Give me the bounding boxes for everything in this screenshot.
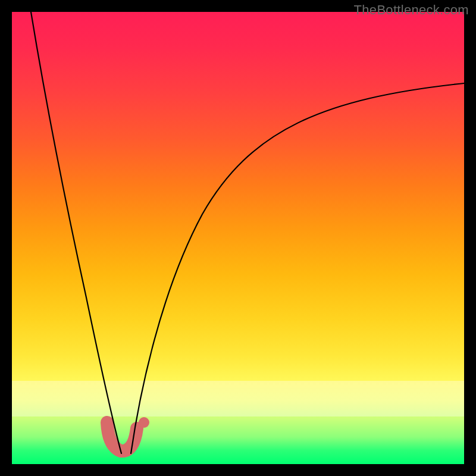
right-curve — [131, 83, 464, 453]
plot-area — [12, 12, 464, 464]
curve-layer — [12, 12, 464, 464]
left-curve — [31, 12, 121, 453]
valley-marker-dot — [139, 417, 149, 428]
watermark-text: TheBottleneck.com — [354, 2, 469, 18]
